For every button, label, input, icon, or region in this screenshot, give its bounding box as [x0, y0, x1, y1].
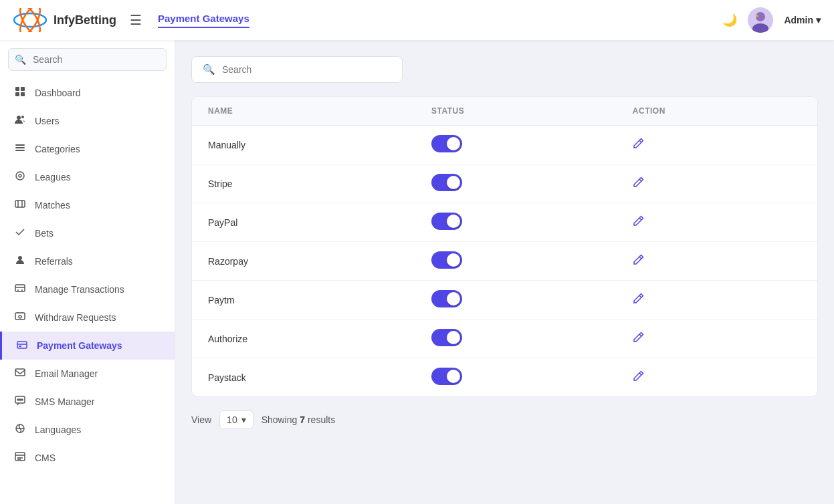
svg-rect-10: [15, 92, 19, 96]
categories-icon: [13, 142, 27, 156]
table-body: Manually Stripe: [192, 126, 817, 397]
toggle-2[interactable]: [431, 213, 462, 230]
svg-point-23: [19, 316, 21, 318]
sidebar-item-payment-gateways[interactable]: Payment Gateways: [0, 332, 175, 360]
bets-icon: [13, 227, 27, 240]
leagues-icon: [13, 170, 27, 184]
matches-icon: [13, 199, 27, 212]
sms-manager-icon: [13, 395, 27, 408]
toggle-slider-5: [431, 329, 462, 346]
sidebar-label-manage-transactions: Manage Transactions: [35, 284, 124, 295]
main-search-bar: 🔍: [191, 56, 403, 83]
per-page-dropdown[interactable]: 10 ▾: [219, 410, 253, 429]
svg-point-18: [19, 174, 21, 177]
toggle-1[interactable]: [431, 174, 462, 191]
svg-rect-14: [15, 144, 25, 146]
svg-rect-24: [17, 342, 27, 348]
sidebar-item-email-manager[interactable]: Email Manager: [0, 360, 175, 388]
svg-rect-19: [15, 201, 25, 207]
avatar-img: [748, 7, 773, 33]
toggle-wrap-3[interactable]: [431, 251, 462, 269]
gateway-status-6: [415, 358, 617, 397]
toggle-wrap-5[interactable]: [431, 329, 462, 346]
sidebar-item-users[interactable]: Users: [0, 107, 175, 135]
col-name: NAME: [192, 97, 415, 126]
edit-icon-2[interactable]: [633, 217, 645, 229]
view-text: View: [191, 414, 211, 425]
toggle-wrap-6[interactable]: [431, 368, 462, 385]
sidebar-item-referrals[interactable]: Referrals: [0, 247, 175, 275]
cms-icon: [13, 451, 27, 465]
withdraw-requests-icon: [13, 311, 27, 324]
sidebar-search-input[interactable]: [8, 48, 167, 71]
main-search-icon: 🔍: [203, 64, 215, 76]
logo-area[interactable]: InfyBetting: [13, 8, 116, 32]
svg-rect-25: [19, 346, 21, 347]
admin-dropdown[interactable]: Admin ▾: [784, 15, 821, 25]
svg-rect-8: [15, 87, 19, 91]
table-row: Stripe: [192, 164, 817, 203]
sidebar-item-bets[interactable]: Bets: [0, 219, 175, 247]
sidebar-item-manage-transactions[interactable]: Manage Transactions: [0, 275, 175, 303]
svg-rect-21: [15, 285, 25, 291]
sidebar-item-languages[interactable]: Languages: [0, 416, 175, 444]
sidebar-search-wrapper: 🔍: [8, 48, 167, 71]
edit-icon-0[interactable]: [633, 139, 645, 152]
manage-transactions-icon: [13, 283, 27, 296]
brand-name: InfyBetting: [54, 13, 116, 27]
main-content: 🔍 NAME STATUS ACTION Manually: [175, 40, 834, 504]
dashboard-icon: [13, 86, 27, 100]
sidebar-item-sms-manager[interactable]: SMS Manager: [0, 388, 175, 416]
svg-rect-16: [15, 150, 25, 151]
edit-icon-3[interactable]: [633, 255, 645, 268]
svg-point-30: [21, 399, 23, 400]
sidebar-label-leagues: Leagues: [35, 172, 71, 182]
toggle-wrap-0[interactable]: [431, 135, 462, 152]
sidebar-label-categories: Categories: [35, 144, 80, 154]
email-manager-icon: [13, 367, 27, 380]
sidebar-search-icon: 🔍: [15, 54, 26, 65]
gateway-name-2: PayPal: [192, 203, 415, 242]
toggle-slider-2: [431, 213, 462, 230]
sidebar-item-withdraw-requests[interactable]: Withdraw Requests: [0, 303, 175, 332]
gateway-status-4: [415, 281, 617, 320]
toggle-slider-3: [431, 251, 462, 269]
svg-point-0: [14, 13, 46, 27]
sidebar-item-categories[interactable]: Categories: [0, 135, 175, 163]
gateway-name-3: Razorpay: [192, 242, 415, 281]
table-row: PayPal: [192, 203, 817, 242]
gateway-name-6: Paystack: [192, 358, 415, 397]
edit-icon-5[interactable]: [633, 333, 645, 346]
edit-icon-4[interactable]: [633, 294, 645, 307]
toggle-3[interactable]: [431, 251, 462, 269]
edit-icon-1[interactable]: [633, 178, 645, 191]
edit-icon-6[interactable]: [633, 372, 645, 384]
gateways-table-container: NAME STATUS ACTION Manually: [191, 96, 818, 397]
svg-rect-26: [15, 369, 25, 376]
avatar[interactable]: [748, 7, 773, 33]
toggle-4[interactable]: [431, 290, 462, 307]
toggle-wrap-1[interactable]: [431, 174, 462, 191]
toggle-6[interactable]: [431, 368, 462, 385]
main-search-input[interactable]: [222, 64, 391, 75]
svg-rect-11: [21, 92, 25, 96]
toggle-5[interactable]: [431, 329, 462, 346]
sidebar-label-withdraw-requests: Withdraw Requests: [35, 312, 116, 323]
toggle-wrap-2[interactable]: [431, 213, 462, 230]
toggle-0[interactable]: [431, 135, 462, 152]
results-label: results: [308, 414, 335, 425]
dark-mode-icon[interactable]: 🌙: [722, 13, 737, 27]
toggle-wrap-4[interactable]: [431, 290, 462, 307]
gateway-action-5: [617, 320, 817, 358]
svg-rect-9: [21, 87, 25, 91]
sidebar-item-dashboard[interactable]: Dashboard: [0, 79, 175, 107]
table-row: Authorize: [192, 320, 817, 358]
sidebar-label-bets: Bets: [35, 228, 54, 239]
gateway-action-1: [617, 164, 817, 203]
sidebar-item-matches[interactable]: Matches: [0, 191, 175, 219]
sidebar-item-cms[interactable]: CMS: [0, 444, 175, 472]
table-header-row: NAME STATUS ACTION: [192, 97, 817, 126]
sidebar-label-referrals: Referrals: [35, 256, 73, 267]
sidebar-item-leagues[interactable]: Leagues: [0, 163, 175, 191]
hamburger-icon[interactable]: ☰: [130, 12, 142, 28]
